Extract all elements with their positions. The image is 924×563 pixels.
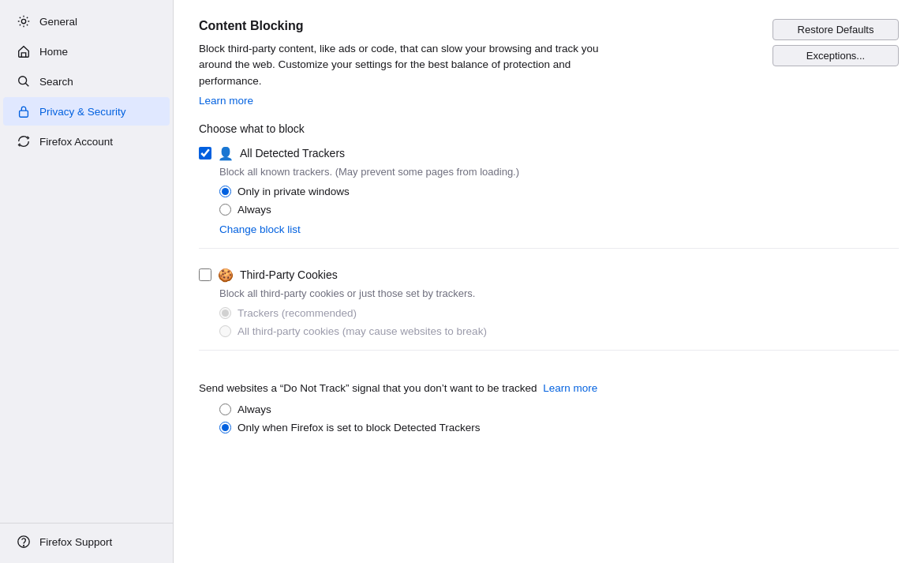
dnt-learn-more-link[interactable]: Learn more <box>543 382 597 394</box>
section-title: Content Blocking <box>199 19 760 33</box>
cookies-trackers-option: Trackers (recommended) <box>219 307 899 319</box>
restore-defaults-button[interactable]: Restore Defaults <box>772 19 899 40</box>
sidebar-item-search[interactable]: Search <box>3 67 170 96</box>
cookies-radio-group: Trackers (recommended) All third-party c… <box>219 307 899 337</box>
sidebar-item-firefox-account[interactable]: Firefox Account <box>3 127 170 156</box>
cookies-block-section: 🍪 Third-Party Cookies Block all third-pa… <box>199 268 899 351</box>
cookies-icon: 🍪 <box>218 268 234 283</box>
cookies-label[interactable]: Third-Party Cookies <box>240 268 338 281</box>
trackers-always-option[interactable]: Always <box>219 204 899 216</box>
main-content: Content Blocking Block third-party conte… <box>174 0 924 563</box>
svg-point-0 <box>21 19 25 23</box>
sidebar-item-label: Home <box>39 46 68 58</box>
cookies-all-label: All third-party cookies (may cause websi… <box>238 325 487 337</box>
sidebar-item-label: General <box>39 16 77 28</box>
dnt-when-blocking-radio[interactable] <box>219 422 231 434</box>
trackers-label[interactable]: All Detected Trackers <box>240 147 345 160</box>
trackers-icon: 👤 <box>218 146 234 161</box>
trackers-private-label: Only in private windows <box>238 186 350 197</box>
trackers-always-radio[interactable] <box>219 204 231 216</box>
dnt-when-blocking-option[interactable]: Only when Firefox is set to block Detect… <box>219 422 899 434</box>
content-header: Content Blocking Block third-party conte… <box>199 19 899 107</box>
trackers-checkbox-row: 👤 All Detected Trackers <box>199 146 899 161</box>
sidebar-item-privacy[interactable]: Privacy & Security <box>3 97 170 126</box>
dnt-label: Send websites a “Do Not Track” signal th… <box>199 382 899 394</box>
trackers-radio-group: Only in private windows Always <box>219 186 899 216</box>
trackers-desc: Block all known trackers. (May prevent s… <box>219 166 899 178</box>
sidebar-item-label: Search <box>39 76 73 88</box>
sidebar: General Home Search Privacy & Security <box>0 0 174 563</box>
sidebar-item-general[interactable]: General <box>3 7 170 36</box>
home-icon <box>16 43 32 59</box>
svg-rect-3 <box>20 111 28 117</box>
cookies-trackers-radio <box>219 307 231 319</box>
trackers-private-option[interactable]: Only in private windows <box>219 186 899 197</box>
sidebar-item-firefox-support[interactable]: Firefox Support <box>3 527 170 556</box>
svg-point-1 <box>19 77 27 84</box>
learn-more-link[interactable]: Learn more <box>199 95 253 107</box>
header-text: Content Blocking Block third-party conte… <box>199 19 760 107</box>
trackers-checkbox[interactable] <box>199 147 211 160</box>
dnt-text: Send websites a “Do Not Track” signal th… <box>199 382 537 394</box>
dnt-when-blocking-label: Only when Firefox is set to block Detect… <box>238 422 481 434</box>
svg-line-2 <box>25 83 28 86</box>
cookies-trackers-label: Trackers (recommended) <box>238 307 357 319</box>
dnt-always-option[interactable]: Always <box>219 403 899 415</box>
cookies-checkbox-row: 🍪 Third-Party Cookies <box>199 268 899 283</box>
cookies-all-option: All third-party cookies (may cause websi… <box>219 325 899 337</box>
dnt-radio-group: Always Only when Firefox is set to block… <box>219 403 899 434</box>
trackers-always-label: Always <box>238 204 271 216</box>
dnt-section: Send websites a “Do Not Track” signal th… <box>199 370 899 434</box>
cookies-desc: Block all third-party cookies or just th… <box>219 287 899 299</box>
gear-icon <box>16 13 32 29</box>
trackers-private-radio[interactable] <box>219 186 231 197</box>
sidebar-item-label: Firefox Support <box>39 536 112 548</box>
cookies-checkbox[interactable] <box>199 268 211 281</box>
help-icon <box>16 534 32 550</box>
section-description: Block third-party content, like ads or c… <box>199 41 609 89</box>
lock-icon <box>16 103 32 119</box>
change-block-list-link[interactable]: Change block list <box>219 223 301 235</box>
trackers-block-section: 👤 All Detected Trackers Block all known … <box>199 146 899 249</box>
header-buttons: Restore Defaults Exceptions... <box>772 19 899 66</box>
exceptions-button[interactable]: Exceptions... <box>772 45 899 66</box>
cookies-all-radio <box>219 325 231 337</box>
dnt-always-label: Always <box>238 403 271 415</box>
choose-label: Choose what to block <box>199 122 899 135</box>
sidebar-item-home[interactable]: Home <box>3 37 170 66</box>
svg-point-5 <box>24 546 24 546</box>
dnt-always-radio[interactable] <box>219 403 231 415</box>
search-icon <box>16 73 32 89</box>
sidebar-item-label: Privacy & Security <box>39 106 126 118</box>
sync-icon <box>16 133 32 149</box>
sidebar-item-label: Firefox Account <box>39 136 113 148</box>
